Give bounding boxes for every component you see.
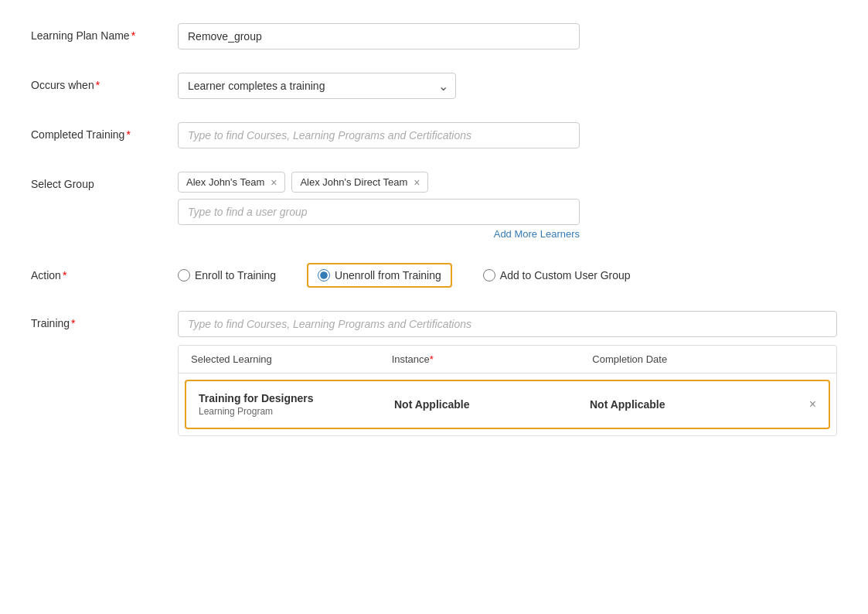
training-label: Training*	[31, 311, 178, 329]
col-selected-learning-header: Selected Learning	[191, 353, 392, 365]
action-row: Action* Enroll to Training Unenroll from…	[31, 263, 837, 288]
completed-training-field	[178, 122, 837, 148]
action-enroll-radio[interactable]	[178, 269, 190, 281]
remove-training-row-button[interactable]: ×	[785, 397, 816, 411]
remove-tag-alex-johns-team[interactable]: ×	[271, 177, 277, 188]
training-info: Training for Designers Learning Program	[199, 392, 394, 417]
occurs-when-field: Learner completes a training Learner enr…	[178, 73, 837, 99]
action-label: Action*	[31, 263, 178, 281]
occurs-when-row: Occurs when* Learner completes a trainin…	[31, 73, 837, 99]
list-item: Alex John's Direct Team ×	[291, 172, 428, 193]
learning-plan-name-field	[178, 23, 837, 49]
training-table: Selected Learning Instance* Completion D…	[178, 345, 837, 436]
action-enroll-label: Enroll to Training	[195, 269, 276, 281]
training-input-row: Training*	[31, 311, 837, 337]
list-item: Alex John's Team ×	[178, 172, 285, 193]
action-enroll-option[interactable]: Enroll to Training	[178, 269, 276, 281]
action-unenroll-label: Unenroll from Training	[335, 269, 441, 281]
occurs-when-select[interactable]: Learner completes a training Learner enr…	[178, 73, 456, 99]
select-group-input[interactable]	[178, 199, 580, 225]
table-row: Training for Designers Learning Program …	[185, 380, 830, 429]
col-completion-date-header: Completion Date	[592, 353, 793, 365]
select-group-label: Select Group	[31, 172, 178, 190]
training-field	[178, 311, 837, 337]
tag-label: Alex John's Team	[186, 176, 264, 188]
action-add-group-radio[interactable]	[483, 269, 495, 281]
select-group-row: Select Group Alex John's Team × Alex Joh…	[31, 172, 837, 240]
action-add-group-option[interactable]: Add to Custom User Group	[483, 269, 631, 281]
completed-training-input[interactable]	[178, 122, 580, 148]
col-instance-header: Instance*	[392, 353, 593, 365]
action-unenroll-option[interactable]: Unenroll from Training	[307, 263, 452, 288]
training-input[interactable]	[178, 311, 837, 337]
add-more-learners-link[interactable]: Add More Learners	[178, 228, 580, 240]
training-type: Learning Program	[199, 406, 394, 417]
learning-plan-name-input[interactable]	[178, 23, 580, 49]
training-row: Training* Selected Learning Instance* Co…	[31, 311, 837, 436]
tags-container: Alex John's Team × Alex John's Direct Te…	[178, 172, 837, 193]
tag-label: Alex John's Direct Team	[300, 176, 407, 188]
occurs-when-select-wrapper: Learner completes a training Learner enr…	[178, 73, 456, 99]
training-name: Training for Designers	[199, 392, 394, 404]
occurs-when-label: Occurs when*	[31, 73, 178, 91]
training-table-section: Selected Learning Instance* Completion D…	[178, 337, 837, 436]
action-field: Enroll to Training Unenroll from Trainin…	[178, 263, 837, 288]
learning-plan-name-label: Learning Plan Name*	[31, 23, 178, 42]
select-group-field: Alex John's Team × Alex John's Direct Te…	[178, 172, 837, 240]
action-add-group-label: Add to Custom User Group	[500, 269, 631, 281]
completed-training-row: Completed Training*	[31, 122, 837, 148]
training-completion-date: Not Applicable	[590, 398, 785, 411]
learning-plan-name-row: Learning Plan Name*	[31, 23, 837, 49]
remove-tag-alex-johns-direct-team[interactable]: ×	[414, 177, 420, 188]
table-header: Selected Learning Instance* Completion D…	[179, 346, 836, 374]
training-instance: Not Applicable	[394, 398, 590, 411]
completed-training-label: Completed Training*	[31, 122, 178, 141]
action-unenroll-radio[interactable]	[318, 269, 330, 281]
action-radio-group: Enroll to Training Unenroll from Trainin…	[178, 263, 837, 288]
